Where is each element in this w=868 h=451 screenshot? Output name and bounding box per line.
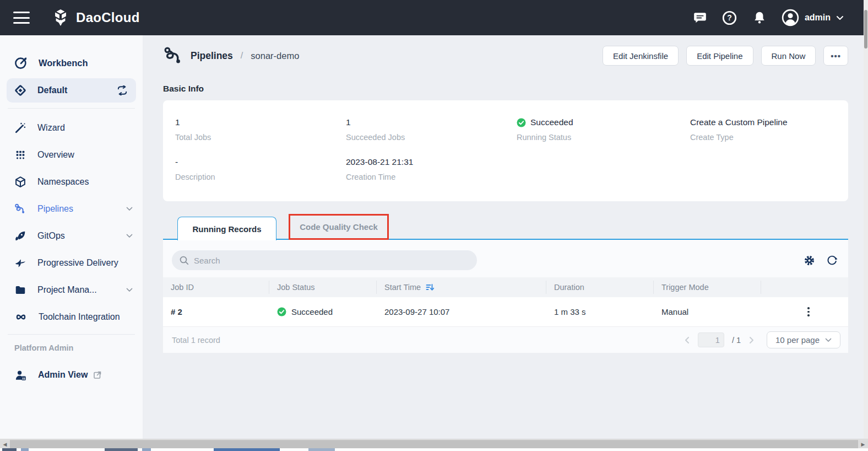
help-icon[interactable]: ? xyxy=(722,10,737,25)
vertical-scrollbar[interactable] xyxy=(864,0,868,439)
sidebar-item-project-management[interactable]: Project Mana... xyxy=(0,278,143,302)
search-input[interactable] xyxy=(194,256,469,265)
table-settings-gear-icon[interactable] xyxy=(804,255,815,266)
daocloud-logo-icon xyxy=(51,8,70,28)
breadcrumb-separator: / xyxy=(241,51,243,61)
sidebar-item-label: Default xyxy=(37,85,67,95)
horizontal-scrollbar-thumb[interactable] xyxy=(10,440,858,448)
prev-page-icon[interactable] xyxy=(684,336,690,344)
more-actions-button[interactable]: ••• xyxy=(823,46,848,66)
job-id-cell[interactable]: # 2 xyxy=(163,307,269,316)
col-job-status[interactable]: Job Status xyxy=(269,281,377,294)
sidebar-item-admin-view[interactable]: Admin View xyxy=(0,363,143,386)
breadcrumb-section[interactable]: Pipelines xyxy=(191,50,233,62)
stat-create-type: Create a Custom Pipeline Create Type xyxy=(690,117,848,142)
stat-succeeded-jobs: 1 Succeeded Jobs xyxy=(346,117,517,142)
scroll-right-arrow[interactable]: ▶ xyxy=(858,440,868,448)
sidebar-item-pipelines[interactable]: Pipelines xyxy=(0,197,143,221)
sidebar-workbench-header[interactable]: Workbench xyxy=(0,51,143,74)
menu-toggle-icon[interactable] xyxy=(13,12,30,24)
running-records-panel: Job ID Job Status Start Time Duration Tr… xyxy=(163,240,848,353)
sidebar-section-label: Platform Admin xyxy=(0,343,143,352)
chevron-down-icon xyxy=(126,207,133,211)
page-number-input[interactable] xyxy=(698,332,724,347)
chevron-down-icon xyxy=(126,288,133,292)
username: admin xyxy=(805,13,831,23)
col-duration[interactable]: Duration xyxy=(546,281,654,294)
status-badge: Succeeded xyxy=(291,307,333,316)
edit-pipeline-button[interactable]: Edit Pipeline xyxy=(686,46,753,66)
sidebar-item-overview[interactable]: Overview xyxy=(0,143,143,167)
search-input-wrapper xyxy=(172,250,477,270)
sidebar-item-label: Progressive Delivery xyxy=(37,258,118,268)
sidebar-item-label: Workbench xyxy=(39,58,88,68)
table-row[interactable]: # 2 Succeeded 2023-09-27 10:07 1 m 33 s … xyxy=(163,297,848,326)
sidebar-item-label: Pipelines xyxy=(37,204,73,214)
basic-info-card: 1 Total Jobs 1 Succeeded Jobs Succeeded … xyxy=(163,100,848,201)
chevron-down-icon xyxy=(836,15,844,20)
sidebar-item-progressive-delivery[interactable]: Progressive Delivery xyxy=(0,251,143,275)
bird-icon xyxy=(14,257,26,269)
notifications-bell-icon[interactable] xyxy=(752,10,767,25)
tab-running-records[interactable]: Running Records xyxy=(177,217,276,240)
per-page-select[interactable]: 10 per page xyxy=(767,331,840,348)
tab-bar: Running Records Code Quality Check xyxy=(163,217,848,240)
switch-workspace-icon[interactable] xyxy=(116,85,128,95)
workbench-icon xyxy=(14,56,28,69)
sidebar-item-wizard[interactable]: Wizard xyxy=(0,116,143,139)
chevron-down-icon xyxy=(126,234,133,238)
avatar xyxy=(782,9,799,26)
next-page-icon[interactable] xyxy=(748,336,755,344)
stat-creation-time: 2023-08-21 21:31 Creation Time xyxy=(346,157,517,181)
run-now-button[interactable]: Run Now xyxy=(761,46,816,66)
pipelines-icon xyxy=(14,203,26,215)
feedback-chat-icon[interactable] xyxy=(692,10,708,25)
folder-icon xyxy=(14,284,26,296)
col-job-id[interactable]: Job ID xyxy=(163,281,269,294)
sidebar-item-label: GitOps xyxy=(37,231,65,241)
brand-name: DaoCloud xyxy=(76,10,140,25)
user-menu[interactable]: admin xyxy=(782,9,844,26)
duration-cell: 1 m 33 s xyxy=(546,307,654,316)
sidebar: Workbench Default Wizard Overview Namesp… xyxy=(0,35,143,439)
refresh-icon[interactable] xyxy=(826,254,838,266)
success-check-icon xyxy=(277,307,286,316)
sidebar-item-label: Overview xyxy=(37,150,74,160)
status-badge: Succeeded xyxy=(530,117,573,127)
sort-descending-icon[interactable] xyxy=(426,283,435,292)
breadcrumb-current: sonar-demo xyxy=(251,51,299,61)
search-icon xyxy=(180,256,189,265)
sidebar-divider xyxy=(8,108,135,109)
table-header: Job ID Job Status Start Time Duration Tr… xyxy=(163,277,848,297)
infinity-icon xyxy=(14,311,28,323)
scroll-left-arrow[interactable]: ◀ xyxy=(0,440,10,448)
wizard-icon xyxy=(14,122,26,134)
stat-description: - Description xyxy=(175,157,346,181)
col-start-time[interactable]: Start Time xyxy=(377,281,546,294)
basic-info-title: Basic Info xyxy=(163,84,848,94)
namespaces-cube-icon xyxy=(14,176,26,188)
sidebar-item-label: Wizard xyxy=(37,123,65,133)
sidebar-item-label: Toolchain Integration xyxy=(39,312,120,322)
sidebar-item-default[interactable]: Default xyxy=(7,78,136,103)
pipelines-icon xyxy=(163,45,184,66)
sidebar-item-namespaces[interactable]: Namespaces xyxy=(0,170,143,194)
row-actions-kebab-icon[interactable] xyxy=(805,305,812,319)
tab-code-quality-check annotation-box[interactable]: Code Quality Check xyxy=(289,214,389,240)
overview-grid-icon xyxy=(14,149,26,161)
horizontal-scrollbar[interactable]: ◀ ▶ xyxy=(0,439,868,448)
sidebar-item-label: Admin View xyxy=(38,370,88,380)
stat-running-status: Succeeded Running Status xyxy=(517,117,690,142)
success-check-icon xyxy=(517,118,526,127)
top-navbar: DaoCloud ? admin xyxy=(0,0,868,35)
sidebar-item-toolchain-integration[interactable]: Toolchain Integration xyxy=(0,305,143,329)
admin-user-icon xyxy=(14,369,27,382)
sidebar-item-gitops[interactable]: GitOps xyxy=(0,224,143,248)
edit-jenkinsfile-button[interactable]: Edit Jenkinsfile xyxy=(603,46,679,66)
main-content: Pipelines / sonar-demo Edit Jenkinsfile … xyxy=(143,35,864,439)
sidebar-item-label: Project Mana... xyxy=(37,285,97,295)
col-actions xyxy=(761,281,848,294)
vertical-scrollbar-thumb[interactable] xyxy=(864,10,867,49)
col-trigger-mode[interactable]: Trigger Mode xyxy=(654,281,761,294)
sidebar-item-label: Namespaces xyxy=(37,177,89,187)
